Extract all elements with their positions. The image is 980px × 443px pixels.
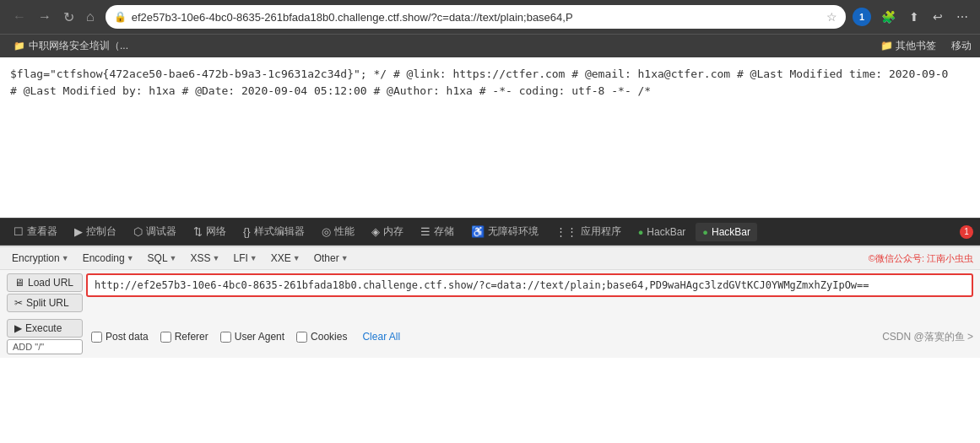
xss-label: XSS xyxy=(191,252,211,264)
nav-buttons: ← → ↻ ⌂ xyxy=(8,8,99,27)
hackbar-menu-xss[interactable]: XSS ▼ xyxy=(186,251,225,266)
tab-network[interactable]: ⇅ 网络 xyxy=(187,221,233,242)
load-url-label: Load URL xyxy=(28,277,73,289)
refresh-button[interactable]: ↻ xyxy=(59,8,79,27)
hackbar-menu-encoding[interactable]: Encoding ▼ xyxy=(78,251,139,266)
encryption-arrow-icon: ▼ xyxy=(62,254,69,262)
bookmark-item-1[interactable]: 📁 中职网络安全培训（... xyxy=(8,37,133,55)
app-icon: ⋮⋮ xyxy=(555,225,577,238)
checkboxes-row: Post data Referer User Agent Cookies Cle… xyxy=(91,329,403,344)
tab-storage[interactable]: ☰ 存储 xyxy=(414,221,461,242)
tab-debugger-label: 调试器 xyxy=(146,224,176,239)
move-bookmarks[interactable]: 移动 xyxy=(951,39,972,53)
user-agent-label: User Agent xyxy=(235,331,284,343)
home-button[interactable]: ⌂ xyxy=(82,8,99,26)
bookmark-star-icon[interactable]: ☆ xyxy=(826,10,837,24)
bookmark-folder-icon-2: 📁 xyxy=(880,40,893,51)
hackbar-menu-other[interactable]: Other ▼ xyxy=(309,251,354,266)
sql-label: SQL xyxy=(148,252,168,264)
hackbar-menu-xxe[interactable]: XXE ▼ xyxy=(266,251,306,266)
tab-performance[interactable]: ◎ 性能 xyxy=(315,221,361,242)
checkbox-post-data[interactable]: Post data xyxy=(91,331,149,343)
tab-performance-label: 性能 xyxy=(334,224,355,239)
hackbar-menu-sql[interactable]: SQL ▼ xyxy=(143,251,182,266)
referer-label: Referer xyxy=(175,331,208,343)
csdn-credit: CSDN @落寞的鱼 > xyxy=(882,330,973,344)
storage-icon: ☰ xyxy=(420,225,430,238)
lfi-arrow-icon: ▼ xyxy=(250,254,257,262)
tab-storage-label: 存储 xyxy=(434,224,454,239)
hackbar-menu-lfi[interactable]: LFI ▼ xyxy=(228,251,262,266)
encoding-label: Encoding xyxy=(83,252,125,264)
bookmarks-bar: 📁 中职网络安全培训（... 📁 其他书签 移动 xyxy=(0,34,980,57)
bookmark-label-1: 中职网络安全培训（... xyxy=(29,39,128,53)
url-display: ef2e57b3-10e6-4bc0-8635-261bfada18b0.cha… xyxy=(132,11,821,24)
notification-badge: 1 xyxy=(960,225,973,239)
sql-arrow-icon: ▼ xyxy=(170,254,177,262)
user-agent-checkbox[interactable] xyxy=(220,332,231,343)
hackbar-credit: ©微信公众号: 江南小虫虫 xyxy=(869,252,973,265)
load-url-button[interactable]: 🖥 Load URL xyxy=(7,273,83,292)
hackbar-menu-encryption[interactable]: Encryption ▼ xyxy=(7,251,74,266)
hackbar-bottom-row: ▶ Execute ADD "/" Post data Referer xyxy=(0,316,980,358)
inspector-icon: ☐ xyxy=(14,225,24,238)
address-bar[interactable]: 🔒 ef2e57b3-10e6-4bc0-8635-261bfada18b0.c… xyxy=(106,5,846,29)
undo-icon[interactable]: ↩ xyxy=(929,8,946,25)
tab-memory[interactable]: ◈ 内存 xyxy=(365,221,410,242)
tab-hackbar-1[interactable]: ● HackBar xyxy=(631,223,693,241)
tab-app-program[interactable]: ⋮⋮ 应用程序 xyxy=(549,221,628,242)
post-data-label: Post data xyxy=(106,331,149,343)
cookies-label: Cookies xyxy=(311,331,347,343)
split-url-label: Split URL xyxy=(26,297,69,309)
hackbar1-dot: ● xyxy=(638,227,644,237)
network-icon: ⇅ xyxy=(193,225,203,238)
checkbox-user-agent[interactable]: User Agent xyxy=(220,331,284,343)
clear-all-button[interactable]: Clear All xyxy=(359,329,403,344)
post-data-checkbox[interactable] xyxy=(91,332,102,343)
browser-actions: 1 🧩 ⬆ ↩ ⋯ xyxy=(853,8,972,26)
cookies-checkbox[interactable] xyxy=(296,332,307,343)
other-label: Other xyxy=(314,252,339,264)
devtools-tabs: ☐ 查看器 ▶ 控制台 ⬡ 调试器 ⇅ 网络 {} 样式编辑器 ◎ 性能 ◈ 内… xyxy=(0,219,980,246)
styles-icon: {} xyxy=(243,225,251,238)
split-url-button[interactable]: ✂ Split URL xyxy=(7,294,83,312)
content-line-1: $flag="ctfshow{472ace50-bae6-472b-b9a3-1… xyxy=(10,66,970,83)
other-bookmarks[interactable]: 📁 其他书签 xyxy=(875,37,941,55)
checkbox-cookies[interactable]: Cookies xyxy=(296,331,347,343)
load-url-icon: 🖥 xyxy=(14,277,24,289)
tab-inspector-label: 查看器 xyxy=(27,224,57,239)
xss-arrow-icon: ▼ xyxy=(213,254,220,262)
execute-label: Execute xyxy=(25,322,62,334)
hackbar2-dot: ● xyxy=(702,227,708,237)
tab-styles[interactable]: {} 样式编辑器 xyxy=(236,221,311,242)
add-label: ADD "/" xyxy=(13,342,44,352)
url-input[interactable] xyxy=(86,273,973,297)
execute-icon: ▶ xyxy=(14,322,22,334)
extensions-icon[interactable]: 🧩 xyxy=(878,8,899,25)
hackbar-panel: Encryption ▼ Encoding ▼ SQL ▼ XSS ▼ LFI … xyxy=(0,246,980,358)
xxe-arrow-icon: ▼ xyxy=(293,254,300,262)
encoding-arrow-icon: ▼ xyxy=(127,254,134,262)
tab-accessibility[interactable]: ♿ 无障碍环境 xyxy=(464,221,545,242)
referer-checkbox[interactable] xyxy=(160,332,171,343)
performance-icon: ◎ xyxy=(322,225,331,238)
add-button[interactable]: ADD "/" xyxy=(7,339,83,354)
page-content: $flag="ctfshow{472ace50-bae6-472b-b9a3-1… xyxy=(0,57,980,218)
update-icon[interactable]: ⬆ xyxy=(906,8,923,25)
profile-avatar[interactable]: 1 xyxy=(853,8,871,26)
tab-hackbar2-label: HackBar xyxy=(712,226,750,238)
tab-inspector[interactable]: ☐ 查看器 xyxy=(7,221,64,242)
menu-icon[interactable]: ⋯ xyxy=(953,8,972,25)
tab-network-label: 网络 xyxy=(206,224,226,239)
tab-hackbar-2[interactable]: ● HackBar xyxy=(696,223,757,241)
debugger-icon: ⬡ xyxy=(133,225,143,238)
hackbar-url-section: 🖥 Load URL ✂ Split URL xyxy=(0,270,980,316)
tab-console[interactable]: ▶ 控制台 xyxy=(68,221,123,242)
encryption-label: Encryption xyxy=(12,252,60,264)
execute-button[interactable]: ▶ Execute xyxy=(7,319,83,338)
checkbox-referer[interactable]: Referer xyxy=(160,331,208,343)
tab-debugger[interactable]: ⬡ 调试器 xyxy=(127,221,183,242)
forward-button[interactable]: → xyxy=(34,8,56,26)
back-button[interactable]: ← xyxy=(8,8,30,26)
hackbar-side-buttons: 🖥 Load URL ✂ Split URL xyxy=(7,273,83,312)
